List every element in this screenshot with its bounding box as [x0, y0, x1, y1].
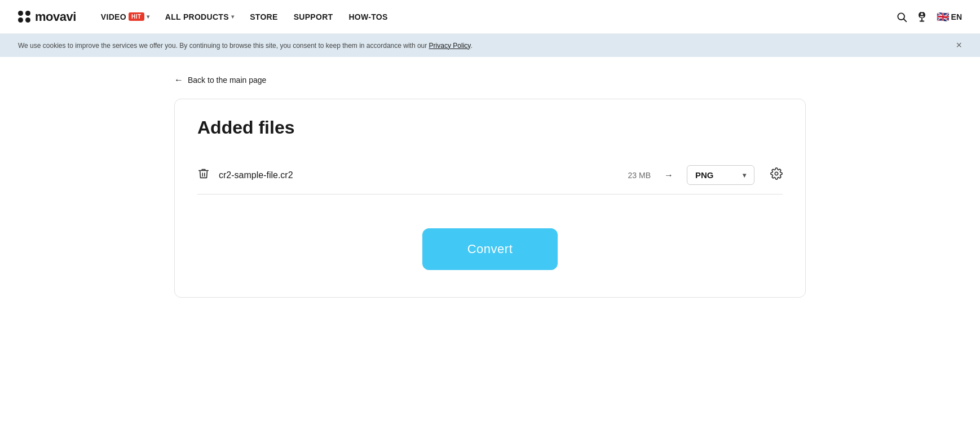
logo[interactable]: movavi: [18, 10, 76, 24]
cookie-text: We use cookies to improve the services w…: [18, 42, 473, 50]
settings-icon[interactable]: [770, 167, 783, 183]
nav-support[interactable]: SUPPORT: [287, 8, 340, 26]
search-icon[interactable]: [896, 11, 907, 23]
account-icon[interactable]: [916, 11, 928, 23]
header-actions: 🇬🇧 EN: [896, 11, 962, 23]
file-name: cr2-sample-file.cr2: [219, 170, 619, 180]
hit-badge: HIT: [129, 12, 144, 21]
nav-video[interactable]: VIDEO HIT ▾: [94, 8, 156, 26]
nav-all-products[interactable]: ALL PRODUCTS ▾: [158, 8, 241, 26]
convert-section: Convert: [197, 228, 783, 270]
nav-how-tos[interactable]: HOW-TOS: [342, 8, 394, 26]
file-size: 23 MB: [628, 171, 651, 180]
card-title: Added files: [197, 117, 783, 138]
flag-icon: 🇬🇧: [937, 11, 949, 23]
nav: VIDEO HIT ▾ ALL PRODUCTS ▾ STORE SUPPORT…: [94, 8, 896, 26]
nav-all-products-chevron-icon: ▾: [231, 14, 234, 20]
convert-button[interactable]: Convert: [422, 228, 558, 270]
language-selector[interactable]: 🇬🇧 EN: [937, 11, 962, 23]
back-link[interactable]: ← Back to the main page: [174, 75, 806, 85]
nav-all-products-label: ALL PRODUCTS: [165, 12, 229, 21]
main-content: ← Back to the main page Added files cr2-…: [129, 57, 851, 316]
nav-store-label: STORE: [250, 12, 277, 21]
back-link-label: Back to the main page: [188, 76, 266, 85]
cookie-close-button[interactable]: ×: [956, 39, 962, 51]
cookie-banner: We use cookies to improve the services w…: [0, 34, 980, 57]
logo-icon: [18, 11, 30, 23]
back-arrow-icon: ←: [174, 75, 183, 85]
file-card: Added files cr2-sample-file.cr2 23 MB → …: [174, 99, 806, 298]
svg-point-4: [775, 172, 778, 175]
arrow-right-icon: →: [664, 170, 673, 180]
format-dropdown[interactable]: PNG ▾: [687, 165, 754, 185]
nav-support-label: SUPPORT: [294, 12, 333, 21]
format-label: PNG: [695, 170, 714, 180]
format-chevron-icon: ▾: [743, 171, 746, 179]
file-row: cr2-sample-file.cr2 23 MB → PNG ▾: [197, 156, 783, 194]
nav-video-label: VIDEO: [101, 12, 126, 21]
header: movavi VIDEO HIT ▾ ALL PRODUCTS ▾ STORE …: [0, 0, 980, 34]
privacy-policy-link[interactable]: Privacy Policy: [429, 42, 471, 50]
language-label: EN: [951, 12, 962, 21]
nav-video-chevron-icon: ▾: [147, 14, 149, 20]
logo-text: movavi: [35, 10, 76, 24]
nav-store[interactable]: STORE: [243, 8, 284, 26]
nav-how-tos-label: HOW-TOS: [348, 12, 387, 21]
delete-file-icon[interactable]: [197, 167, 210, 183]
svg-line-1: [903, 19, 906, 21]
